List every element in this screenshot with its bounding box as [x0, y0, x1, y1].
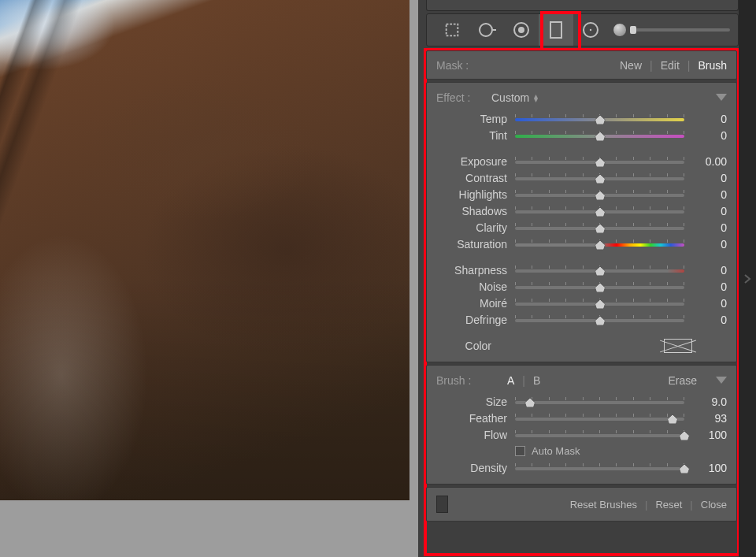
amount-knob-icon [613, 23, 627, 37]
shadows-slider[interactable] [515, 204, 684, 218]
right-panel: Mask : New | Edit | Brush Effect : Custo… [418, 0, 756, 557]
mask-new-button[interactable]: New [620, 59, 642, 72]
exposure-slider[interactable] [515, 154, 684, 169]
dropdown-arrows-icon: ▴▾ [534, 94, 538, 102]
contrast-label: Contrast [436, 172, 515, 184]
mask-label: Mask : [436, 59, 469, 72]
effect-label: Effect : [436, 91, 491, 104]
defringe-slider[interactable] [515, 313, 684, 327]
temp-label: Temp [436, 113, 515, 125]
clarity-label: Clarity [436, 221, 515, 234]
brush-section: Brush : A | B Erase Size 9.0 Feather 93 [426, 365, 737, 485]
brush-erase-button[interactable]: Erase [668, 374, 697, 387]
brush-label: Brush : [436, 374, 507, 387]
brush-size-slider[interactable] [515, 395, 684, 409]
brush-density-label: Density [436, 462, 515, 474]
graduated-filter-icon[interactable] [539, 14, 573, 46]
crop-tool-icon[interactable] [435, 14, 469, 46]
before-after-swatch[interactable] [436, 496, 448, 513]
tool-strip [426, 13, 739, 46]
reset-button[interactable]: Reset [655, 499, 682, 511]
brush-b-button[interactable]: B [533, 374, 540, 387]
sharpness-value: 0 [692, 264, 727, 277]
spot-removal-icon[interactable] [469, 14, 504, 46]
temp-value: 0 [692, 113, 727, 125]
exposure-value: 0.00 [692, 155, 727, 168]
panel-footer: Reset Brushes | Reset | Close [426, 487, 737, 522]
brush-feather-value: 93 [692, 412, 727, 425]
disclosure-triangle-icon[interactable] [716, 377, 727, 384]
histogram-header-collapsed[interactable] [426, 0, 739, 11]
highlights-label: Highlights [436, 188, 515, 201]
defringe-value: 0 [692, 314, 727, 326]
redeye-tool-icon[interactable] [504, 14, 539, 46]
defringe-label: Defringe [436, 314, 515, 326]
exposure-label: Exposure [436, 155, 515, 168]
mask-brush-button[interactable]: Brush [698, 59, 727, 72]
brush-flow-value: 100 [692, 429, 727, 441]
clarity-slider[interactable] [515, 221, 684, 235]
saturation-slider[interactable] [515, 237, 684, 251]
moire-slider[interactable] [515, 296, 684, 310]
svg-rect-0 [447, 24, 458, 36]
brush-flow-label: Flow [436, 429, 515, 441]
tint-slider[interactable] [515, 128, 684, 143]
highlights-slider[interactable] [515, 188, 684, 202]
adjustment-amount-slider[interactable] [608, 23, 738, 37]
effect-preset-dropdown[interactable]: Custom ▴▾ [491, 91, 538, 104]
brush-density-slider[interactable] [515, 461, 684, 475]
saturation-value: 0 [692, 238, 727, 251]
preview-image[interactable] [0, 0, 410, 500]
tint-label: Tint [436, 129, 515, 142]
sharpness-slider[interactable] [515, 263, 684, 277]
moire-value: 0 [692, 297, 727, 310]
noise-label: Noise [436, 280, 515, 293]
noise-value: 0 [692, 280, 727, 293]
sharpness-label: Sharpness [436, 264, 515, 277]
close-button[interactable]: Close [701, 499, 727, 511]
color-label: Color [436, 340, 499, 352]
clarity-value: 0 [692, 221, 727, 234]
contrast-slider[interactable] [515, 171, 684, 185]
temp-slider[interactable] [515, 112, 684, 126]
panel-expand-handle[interactable] [739, 0, 756, 557]
noise-slider[interactable] [515, 280, 684, 294]
brush-feather-slider[interactable] [515, 411, 684, 425]
effect-preset-value: Custom [491, 91, 529, 104]
reset-brushes-button[interactable]: Reset Brushes [570, 499, 637, 511]
tint-value: 0 [692, 129, 727, 142]
mask-edit-button[interactable]: Edit [661, 59, 680, 72]
shadows-label: Shadows [436, 205, 515, 217]
svg-point-3 [518, 27, 524, 33]
canvas-area [0, 0, 418, 557]
svg-point-6 [590, 29, 591, 31]
saturation-label: Saturation [436, 238, 515, 251]
brush-size-label: Size [436, 395, 515, 408]
svg-point-1 [480, 24, 492, 36]
effect-section: Effect : Custom ▴▾ Temp 0 Tint 0 [426, 82, 737, 362]
automask-checkbox[interactable] [515, 446, 525, 456]
radial-filter-icon[interactable] [573, 14, 608, 46]
brush-density-value: 100 [692, 462, 727, 474]
brush-feather-label: Feather [436, 412, 515, 425]
brush-size-value: 9.0 [692, 395, 727, 408]
shadows-value: 0 [692, 205, 727, 217]
color-swatch-picker[interactable] [664, 339, 692, 353]
moire-label: Moiré [436, 297, 515, 310]
brush-a-button[interactable]: A [507, 374, 514, 387]
disclosure-triangle-icon[interactable] [716, 94, 727, 101]
highlights-value: 0 [692, 188, 727, 201]
svg-rect-4 [550, 22, 561, 38]
brush-flow-slider[interactable] [515, 428, 684, 442]
automask-label: Auto Mask [532, 445, 580, 457]
contrast-value: 0 [692, 172, 727, 184]
